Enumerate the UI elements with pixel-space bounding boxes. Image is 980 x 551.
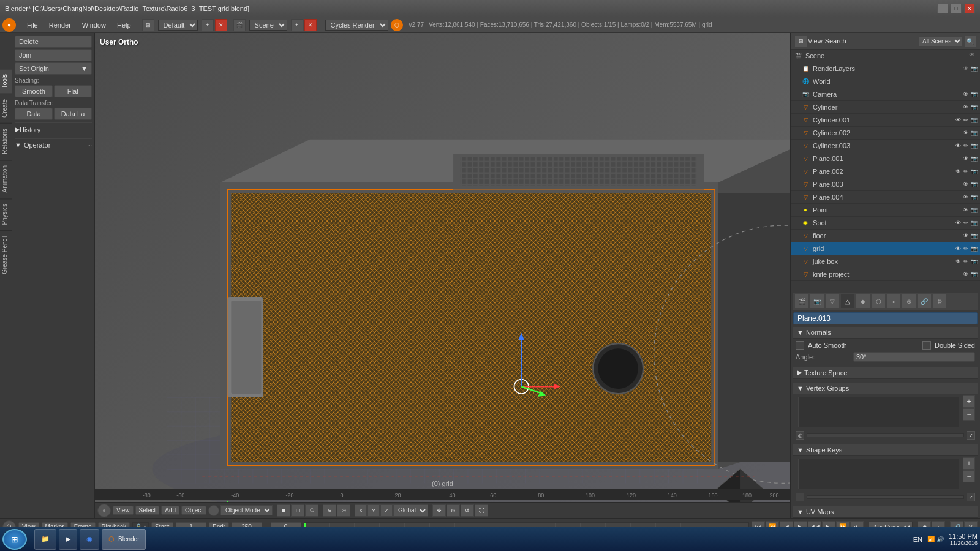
viewport-object-btn[interactable]: Object: [181, 506, 206, 515]
ortho-x-icon[interactable]: X: [355, 504, 367, 517]
operator-header[interactable]: ▼ Operator ···: [15, 141, 92, 149]
cyl003-vis-icon[interactable]: 👁: [956, 143, 961, 149]
plane002-render-icon[interactable]: 📷: [971, 168, 978, 174]
viewport-canvas[interactable]: User Ortho: [95, 33, 790, 518]
prop-tab-modifiers[interactable]: ⚙: [932, 294, 947, 309]
maximize-button[interactable]: □: [951, 4, 962, 13]
shape-keys-remove-btn[interactable]: −: [963, 470, 975, 482]
history-header[interactable]: ▶ History ···: [15, 123, 92, 136]
outliner-item-grid[interactable]: ▽ grid 👁 ✏ 📷: [791, 242, 980, 255]
shape-keys-header[interactable]: ▼ Shape Keys: [793, 444, 978, 456]
spot-edit-icon[interactable]: ✏: [963, 220, 968, 226]
sidebar-tab-grease-pencil[interactable]: Grease Pencil: [0, 230, 12, 279]
data-button[interactable]: Data: [15, 108, 53, 120]
jukebox-edit-icon[interactable]: ✏: [963, 258, 968, 264]
cyl001-vis-icon[interactable]: 👁: [956, 117, 961, 123]
texture-mode-btn[interactable]: ⬡: [305, 504, 318, 517]
viewport-add-btn[interactable]: Add: [161, 506, 179, 515]
add-scene-icon[interactable]: +: [291, 19, 303, 31]
menu-file[interactable]: File: [22, 20, 43, 30]
taskbar-blender[interactable]: ⬡ Blender: [102, 529, 146, 550]
outliner-item-plane004[interactable]: ▽ Plane.004 👁 📷: [791, 191, 980, 204]
cyl003-render-icon[interactable]: 📷: [971, 143, 978, 149]
plane004-render-icon[interactable]: 📷: [971, 194, 978, 200]
outliner-item-point[interactable]: ● Point 👁 📷: [791, 204, 980, 217]
outliner-item-knife-project[interactable]: ▽ knife project 👁 📷: [791, 268, 980, 281]
render-vis-icon[interactable]: 👁: [963, 66, 968, 72]
double-sided-checkbox[interactable]: [922, 341, 931, 350]
shape-keys-add-btn[interactable]: +: [963, 457, 975, 470]
taskbar-explorer[interactable]: 📁: [34, 529, 56, 550]
outliner-search-btn[interactable]: Search: [825, 37, 846, 45]
plane003-vis-icon[interactable]: 👁: [963, 181, 968, 187]
cyl002-render-icon[interactable]: 📷: [971, 130, 978, 136]
wire-mode-btn[interactable]: ◻: [291, 504, 304, 517]
plane003-render-icon[interactable]: 📷: [971, 181, 978, 187]
shading-wire-icon[interactable]: [208, 505, 219, 516]
join-button[interactable]: Join: [15, 49, 92, 61]
solid-mode-btn[interactable]: ◼: [277, 504, 290, 517]
sidebar-tab-tools[interactable]: Tools: [0, 69, 12, 93]
plane001-vis-icon[interactable]: 👁: [963, 156, 968, 162]
render-engine-select[interactable]: Cycles Render: [325, 20, 388, 31]
fullscreen-icon[interactable]: ⛶: [475, 504, 488, 517]
close-button[interactable]: ✕: [964, 4, 975, 13]
outliner-item-plane001[interactable]: ▽ Plane.001 👁 📷: [791, 152, 980, 165]
sidebar-tab-physics[interactable]: Physics: [0, 198, 12, 230]
normals-header[interactable]: ▼ Normals: [793, 327, 978, 339]
prop-tab-scene[interactable]: 🎬: [794, 294, 809, 309]
outliner-item-spot[interactable]: ◉ Spot 👁 ✏ 📷: [791, 217, 980, 230]
viewport-select-btn[interactable]: Select: [135, 506, 160, 515]
sidebar-tab-create[interactable]: Create: [0, 94, 12, 122]
plane004-vis-icon[interactable]: 👁: [963, 194, 968, 200]
data-la-button[interactable]: Data La: [54, 108, 92, 120]
floor-render-icon[interactable]: 📷: [971, 233, 978, 239]
grid-vis-icon[interactable]: 👁: [956, 246, 961, 252]
outliner-item-jukebox[interactable]: ▽ juke box 👁 ✏ 📷: [791, 255, 980, 268]
taskbar-mediaplayer[interactable]: ▶: [59, 529, 77, 550]
camera-vis-icon[interactable]: 👁: [963, 91, 968, 97]
vg-check-icon[interactable]: ✓: [967, 431, 975, 440]
viewport-view-btn[interactable]: View: [113, 506, 134, 515]
outliner-view-btn[interactable]: View: [808, 37, 823, 45]
vertex-groups-add-btn[interactable]: +: [963, 395, 975, 408]
ortho-z-icon[interactable]: Z: [380, 504, 393, 517]
menu-help[interactable]: Help: [112, 20, 136, 30]
flat-button[interactable]: Flat: [54, 85, 92, 97]
prop-tab-texture[interactable]: ⬡: [871, 294, 886, 309]
viewport-mode-icon[interactable]: ●: [97, 504, 111, 517]
grid-render-icon[interactable]: 📷: [971, 246, 978, 252]
prop-tab-physics[interactable]: ⊛: [902, 294, 916, 309]
jukebox-render-icon[interactable]: 📷: [971, 258, 978, 264]
outliner-scope-select[interactable]: All Scenes: [919, 36, 963, 47]
pivot-select[interactable]: Global: [393, 504, 428, 517]
close-workspace-icon[interactable]: ✕: [215, 19, 227, 31]
outliner-item-cylinder[interactable]: ▽ Cylinder 👁 📷: [791, 101, 980, 114]
uv-maps-header[interactable]: ▼ UV Maps: [793, 506, 978, 518]
object-mode-select[interactable]: Object Mode: [221, 505, 273, 515]
floor-vis-icon[interactable]: 👁: [963, 233, 968, 239]
cyl003-edit-icon[interactable]: ✏: [963, 143, 968, 149]
delete-button[interactable]: Delete: [15, 36, 92, 48]
texture-space-header[interactable]: ▶ Texture Space: [793, 367, 978, 379]
close-scene-icon[interactable]: ✕: [304, 19, 317, 31]
outliner-item-cylinder003[interactable]: ▽ Cylinder.003 👁 ✏ 📷: [791, 140, 980, 152]
start-button[interactable]: ⊞: [2, 529, 27, 550]
render-cam-icon[interactable]: 📷: [971, 66, 978, 72]
outliner-item-world[interactable]: 🌐 World: [791, 75, 980, 88]
viewport[interactable]: User Ortho: [95, 33, 790, 518]
outliner-item-cylinder002[interactable]: ▽ Cylinder.002 👁 📷: [791, 127, 980, 140]
minimize-button[interactable]: ─: [937, 4, 948, 13]
point-vis-icon[interactable]: 👁: [963, 207, 968, 213]
cyl-render-icon[interactable]: 📷: [971, 104, 978, 110]
vg-pin-icon[interactable]: ◎: [796, 431, 804, 440]
plane002-edit-icon[interactable]: ✏: [963, 168, 968, 174]
outliner-item-renderlayers[interactable]: 📋 RenderLayers 👁 📷: [791, 62, 980, 75]
auto-smooth-checkbox[interactable]: [796, 341, 804, 350]
sidebar-tab-animation[interactable]: Animation: [0, 160, 12, 197]
prop-tab-mesh[interactable]: △: [840, 294, 855, 309]
scene-select[interactable]: Scene: [249, 20, 287, 31]
outliner-item-camera[interactable]: 📷 Camera 👁 📷: [791, 88, 980, 101]
cyl-vis-icon[interactable]: 👁: [963, 104, 968, 110]
eye-icon[interactable]: 👁: [969, 51, 978, 60]
